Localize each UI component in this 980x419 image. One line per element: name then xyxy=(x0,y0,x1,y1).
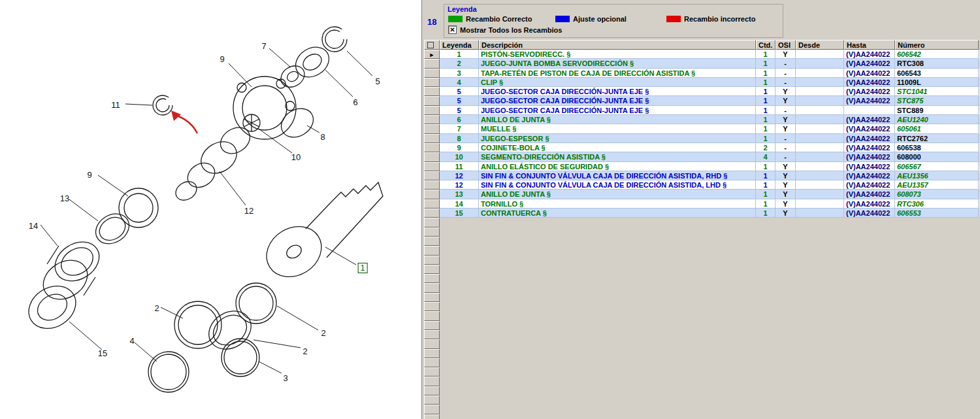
record-selector[interactable] xyxy=(424,124,440,133)
diagram-callout-9: 9 xyxy=(220,54,224,64)
table-row[interactable]: 13ANILLO DE JUNTA §1Y(V)AA244022608073 xyxy=(424,190,979,199)
checkbox-icon[interactable]: ✕ xyxy=(448,25,457,34)
table-row[interactable]: 8JUEGO-ESPESOR §1-(V)AA244022RTC2762 xyxy=(424,134,979,143)
cell-osi: - xyxy=(776,106,796,115)
cell-desde xyxy=(796,115,844,124)
cell-ctd: 1 xyxy=(756,69,776,78)
cell-numero: AEU1357 xyxy=(895,180,979,190)
empty-record-selector xyxy=(424,358,440,367)
legend-item: Recambio incorrecto xyxy=(666,15,755,23)
cell-numero: 11009L xyxy=(895,78,979,87)
record-selector[interactable] xyxy=(424,96,440,105)
table-row[interactable]: 12SIN FIN & CONJUNTO VÁLVULA CAJA DE DIR… xyxy=(424,171,979,180)
table-row[interactable]: 15CONTRATUERCA §1Y(V)AA244022606553 xyxy=(424,209,979,218)
record-selector[interactable] xyxy=(424,69,440,78)
cell-hasta: (V)AA244022 xyxy=(844,152,895,161)
record-selector[interactable] xyxy=(424,134,440,143)
record-selector[interactable] xyxy=(424,190,440,199)
cell-leyenda: 14 xyxy=(440,199,479,209)
cell-desde xyxy=(796,59,844,68)
record-selector[interactable] xyxy=(424,106,440,115)
column-header-leyenda[interactable]: Leyenda xyxy=(440,40,479,50)
record-selector[interactable] xyxy=(424,143,440,152)
cell-hasta: (V)AA244022 xyxy=(844,78,895,87)
record-selector[interactable] xyxy=(424,162,440,171)
legend-box: Leyenda Recambio CorrectoAjuste opcional… xyxy=(444,4,783,38)
empty-record-selector xyxy=(424,330,440,339)
legend-item-label: Recambio Correcto xyxy=(466,15,532,23)
table-row[interactable]: 7MUELLE §1Y(V)AA244022605061 xyxy=(424,124,979,133)
table-row[interactable]: 12SIN FIN & CONJUNTO VÁLVULA CAJA DE DIR… xyxy=(424,180,979,190)
record-selector[interactable]: ► xyxy=(424,50,440,59)
column-header-desde[interactable]: Desde xyxy=(796,40,844,50)
table-header-row: LeyendaDescripciónCtd.OSIDesdeHastaNúmer… xyxy=(424,40,979,50)
table-row[interactable]: 5JUEGO-SECTOR CAJA DIRECCIÓN-JUNTA EJE §… xyxy=(424,87,979,96)
record-selector[interactable] xyxy=(424,180,440,190)
record-selector[interactable] xyxy=(424,59,440,68)
legend-title: Leyenda xyxy=(448,5,477,13)
diagram-callout-2: 2 xyxy=(154,303,159,313)
cell-descripcion: JUEGO-SECTOR CAJA DIRECCIÓN-JUNTA EJE § xyxy=(479,96,756,105)
table-row[interactable]: 9COJINETE-BOLA §2-(V)AA244022606538 xyxy=(424,143,979,152)
record-selector[interactable] xyxy=(424,152,440,161)
cell-descripcion: JUEGO-SECTOR CAJA DIRECCIÓN-JUNTA EJE § xyxy=(479,106,756,115)
table-row[interactable]: 11ANILLO ELÁSTICO DE SEGURIDAD §1Y(V)AA2… xyxy=(424,162,979,171)
show-all-checkbox[interactable]: ✕ Mostrar Todos los Recambios xyxy=(448,25,562,34)
cell-descripcion: JUEGO-SECTOR CAJA DIRECCIÓN-JUNTA EJE § xyxy=(479,87,756,96)
cell-osi: Y xyxy=(776,162,796,171)
column-header-hasta[interactable]: Hasta xyxy=(844,40,895,50)
cell-ctd: 1 xyxy=(756,171,776,180)
table-row[interactable]: 5JUEGO-SECTOR CAJA DIRECCIÓN-JUNTA EJE §… xyxy=(424,106,979,115)
empty-record-selector xyxy=(424,321,440,330)
cell-desde xyxy=(796,50,844,59)
table-row[interactable]: 10SEGMENTO-DIRECCIÓN ASISTIDA §4-(V)AA24… xyxy=(424,152,979,161)
column-header-ctd[interactable]: Ctd. xyxy=(756,40,776,50)
cell-numero: STC1041 xyxy=(895,87,979,96)
cell-ctd: 1 xyxy=(756,96,776,105)
record-selector[interactable] xyxy=(424,115,440,124)
cell-desde xyxy=(796,180,844,190)
cell-desde xyxy=(796,106,844,115)
empty-record-selector xyxy=(424,386,440,395)
record-selector[interactable] xyxy=(424,87,440,96)
table-row[interactable]: ►1PISTÓN-SERVODIRECC. §1Y(V)AA2440226065… xyxy=(424,50,979,59)
cell-hasta: (V)AA244022 xyxy=(844,115,895,124)
record-selector[interactable] xyxy=(424,199,440,209)
cell-leyenda: 2 xyxy=(440,59,479,68)
cell-leyenda: 10 xyxy=(440,152,479,161)
column-header-numero[interactable]: Número xyxy=(895,40,979,50)
cell-numero: AEU1240 xyxy=(895,115,979,124)
cell-ctd: 1 xyxy=(756,209,776,218)
record-selector[interactable] xyxy=(424,78,440,87)
cell-hasta: (V)AA244022 xyxy=(844,162,895,171)
cell-ctd: 1 xyxy=(756,50,776,59)
record-selector[interactable] xyxy=(424,171,440,180)
empty-record-selector xyxy=(424,311,440,320)
record-selector[interactable] xyxy=(424,209,440,218)
cell-desde xyxy=(796,134,844,143)
cell-hasta: (V)AA244022 xyxy=(844,87,895,96)
table-row[interactable]: 5JUEGO-SECTOR CAJA DIRECCIÓN-JUNTA EJE §… xyxy=(424,96,979,105)
cell-osi: Y xyxy=(776,115,796,124)
cell-osi: Y xyxy=(776,199,796,209)
cell-osi: - xyxy=(776,78,796,87)
cell-numero: RTC308 xyxy=(895,59,979,68)
table-row[interactable]: 3TAPA-RETÉN DE PISTON DE CAJA DE DIRECCI… xyxy=(424,69,979,78)
table-row[interactable]: 2JUEGO-JUNTA BOMBA SERVODIRECCIÓN §1-(V)… xyxy=(424,59,979,68)
cell-leyenda: 3 xyxy=(440,69,479,78)
empty-record-selector xyxy=(424,265,440,274)
cell-hasta: (V)AA244022 xyxy=(844,96,895,105)
select-all-header[interactable] xyxy=(424,40,440,50)
table-row[interactable]: 14TORNILLO §1Y(V)AA244022RTC306 xyxy=(424,199,979,209)
column-header-descripcion[interactable]: Descripción xyxy=(479,40,756,50)
table-row[interactable]: 6ANILLO DE JUNTA §1Y(V)AA244022AEU1240 xyxy=(424,115,979,124)
cell-hasta: (V)AA244022 xyxy=(844,171,895,180)
column-header-osi[interactable]: OSI xyxy=(776,40,796,50)
legend-items: Recambio CorrectoAjuste opcionalRecambio… xyxy=(448,15,778,24)
empty-record-selector xyxy=(424,339,440,348)
table-row[interactable]: 4CLIP §1-(V)AA24402211009L xyxy=(424,78,979,87)
cell-ctd: 1 xyxy=(756,106,776,115)
cell-leyenda: 12 xyxy=(440,180,479,190)
cell-hasta: (V)AA244022 xyxy=(844,209,895,218)
cell-ctd: 1 xyxy=(756,190,776,199)
